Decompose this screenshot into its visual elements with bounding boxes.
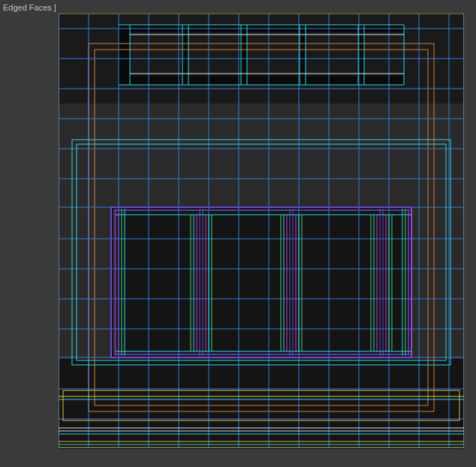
ceiling-panel-2 xyxy=(188,32,240,76)
viewport-label[interactable]: Edged Faces ] xyxy=(0,2,59,14)
ceiling-panel-4 xyxy=(306,32,357,76)
ceiling-panel-1 xyxy=(130,32,181,76)
door-opening-bg xyxy=(111,207,411,357)
scene-content xyxy=(59,14,464,449)
ceiling-panel-3 xyxy=(247,32,298,76)
wireframe-svg xyxy=(59,14,464,449)
viewport-3d[interactable]: Edged Faces ] xyxy=(0,0,476,467)
floor-bg xyxy=(59,359,464,449)
ceiling-panel-5 xyxy=(364,32,404,76)
